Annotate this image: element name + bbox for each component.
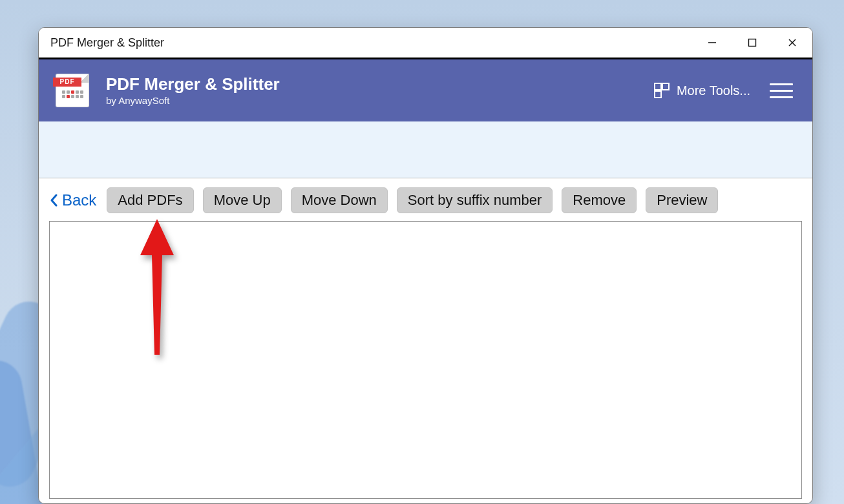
app-window: PDF Merger & Splitter PDF PDF M xyxy=(38,27,813,504)
app-subtitle: by AnywaySoft xyxy=(106,95,280,106)
grid-icon xyxy=(653,82,670,99)
more-tools-button[interactable]: More Tools... xyxy=(653,82,750,99)
file-list-area[interactable] xyxy=(49,221,802,499)
move-down-button[interactable]: Move Down xyxy=(291,187,388,213)
app-header: PDF PDF Merger & Splitter by AnywaySoft xyxy=(39,59,812,121)
remove-button[interactable]: Remove xyxy=(562,187,637,213)
close-icon xyxy=(788,38,797,47)
back-label: Back xyxy=(62,191,96,209)
add-pdfs-button[interactable]: Add PDFs xyxy=(107,187,193,213)
maximize-icon xyxy=(748,38,757,47)
minimize-button[interactable] xyxy=(692,28,732,58)
window-title: PDF Merger & Splitter xyxy=(50,36,164,50)
svg-rect-1 xyxy=(749,39,756,47)
svg-marker-7 xyxy=(140,219,174,355)
header-right: More Tools... xyxy=(653,81,794,101)
window-controls xyxy=(692,28,812,58)
app-title-block: PDF Merger & Splitter by AnywaySoft xyxy=(106,75,280,106)
chevron-left-icon xyxy=(49,193,58,207)
svg-rect-6 xyxy=(655,91,661,98)
more-tools-label: More Tools... xyxy=(677,83,750,98)
back-button[interactable]: Back xyxy=(49,191,98,209)
app-logo-icon: PDF xyxy=(56,74,89,107)
pdf-badge: PDF xyxy=(53,78,81,87)
menu-button[interactable] xyxy=(768,81,794,101)
annotation-arrow-icon xyxy=(138,219,176,361)
app-inner: PDF PDF Merger & Splitter by AnywaySoft xyxy=(39,58,812,499)
toolbar: Back Add PDFs Move Up Move Down Sort by … xyxy=(39,178,812,221)
hamburger-icon xyxy=(770,83,793,85)
svg-rect-4 xyxy=(655,83,661,90)
svg-rect-5 xyxy=(662,83,669,90)
maximize-button[interactable] xyxy=(732,28,772,58)
move-up-button[interactable]: Move Up xyxy=(203,187,282,213)
preview-button[interactable]: Preview xyxy=(646,187,718,213)
logo-dots xyxy=(62,90,83,98)
app-title: PDF Merger & Splitter xyxy=(106,75,280,94)
sort-button[interactable]: Sort by suffix number xyxy=(397,187,553,213)
banner-area xyxy=(39,121,812,178)
minimize-icon xyxy=(708,38,717,47)
titlebar: PDF Merger & Splitter xyxy=(39,28,812,58)
close-button[interactable] xyxy=(772,28,812,58)
